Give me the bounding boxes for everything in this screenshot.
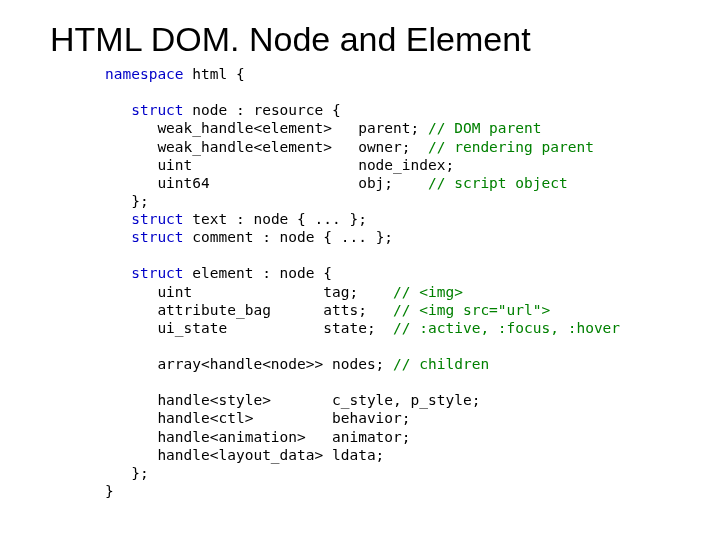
code-text: ui_state state; — [105, 320, 393, 336]
code-text: }; — [105, 193, 149, 209]
code-text: uint node_index; — [105, 157, 454, 173]
code-text: array<handle<node>> nodes; — [105, 356, 393, 372]
code-text: handle<style> c_style, p_style; — [105, 392, 480, 408]
code-text: } — [105, 483, 114, 499]
keyword: struct — [105, 229, 192, 245]
code-text: handle<ctl> behavior; — [105, 410, 411, 426]
code-text: handle<animation> animator; — [105, 429, 411, 445]
keyword: namespace — [105, 66, 192, 82]
comment: // children — [393, 356, 489, 372]
comment: // <img> — [393, 284, 463, 300]
code-text: weak_handle<element> parent; — [105, 120, 428, 136]
code-text: weak_handle<element> owner; — [105, 139, 428, 155]
comment: // rendering parent — [428, 139, 594, 155]
slide-title: HTML DOM. Node and Element — [50, 20, 670, 59]
code-text: }; — [105, 465, 149, 481]
code-text: handle<layout_data> ldata; — [105, 447, 384, 463]
comment: // <img src="url"> — [393, 302, 550, 318]
keyword: struct — [105, 211, 192, 227]
code-text: text : node { ... }; — [192, 211, 367, 227]
code-text: element : node { — [192, 265, 332, 281]
code-text: uint tag; — [105, 284, 393, 300]
code-text: node : resource { — [192, 102, 340, 118]
keyword: struct — [105, 265, 192, 281]
comment: // DOM parent — [428, 120, 542, 136]
comment: // script object — [428, 175, 568, 191]
comment: // :active, :focus, :hover — [393, 320, 620, 336]
code-text: comment : node { ... }; — [192, 229, 393, 245]
code-text: uint64 obj; — [105, 175, 428, 191]
code-text: attribute_bag atts; — [105, 302, 393, 318]
slide: HTML DOM. Node and Element namespace htm… — [0, 0, 720, 540]
code-block: namespace html { struct node : resource … — [105, 65, 670, 500]
keyword: struct — [105, 102, 192, 118]
code-text: html { — [192, 66, 244, 82]
